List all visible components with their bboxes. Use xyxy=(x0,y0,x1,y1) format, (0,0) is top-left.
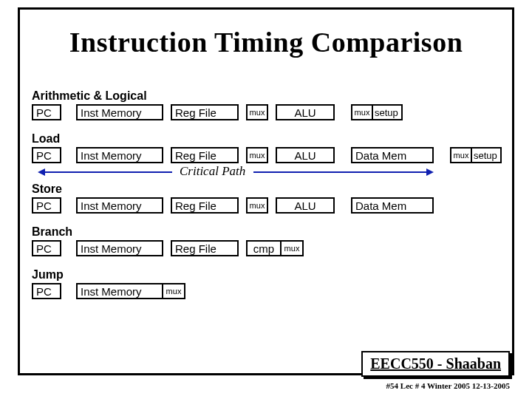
slide-title: Instruction Timing Comparison xyxy=(20,26,512,58)
stage-dm: Data Mem xyxy=(351,197,434,214)
row-arith: PC Inst Memory Reg File mux ALU mux setu… xyxy=(32,104,509,120)
stage-mux: mux xyxy=(246,104,268,120)
stage-im: Inst Memory xyxy=(76,104,163,120)
stage-setup: setup xyxy=(472,147,502,163)
stage-im: Inst Memory xyxy=(76,197,163,214)
stage-im: Inst Memory xyxy=(76,240,163,256)
group-jump: Jump PC Inst Memory mux xyxy=(32,268,509,299)
label-store: Store xyxy=(32,183,509,196)
timing-diagram: Arithmetic & Logical PC Inst Memory Reg … xyxy=(32,89,509,311)
critical-path-label: Critical Path xyxy=(180,164,245,179)
stage-mux2: mux xyxy=(450,147,472,163)
group-branch: Branch PC Inst Memory Reg File cmp mux xyxy=(32,225,509,256)
stage-pc: PC xyxy=(32,240,61,256)
stage-pc: PC xyxy=(32,197,61,214)
row-branch: PC Inst Memory Reg File cmp mux xyxy=(32,240,509,256)
label-jump: Jump xyxy=(32,268,509,282)
slide-frame: Instruction Timing Comparison Arithmetic… xyxy=(18,7,514,375)
stage-mux: mux xyxy=(163,283,185,299)
stage-rf: Reg File xyxy=(171,240,239,256)
stage-im: Inst Memory xyxy=(76,283,163,299)
stage-rf: Reg File xyxy=(171,104,239,120)
stage-alu: ALU xyxy=(276,147,335,163)
stage-alu: ALU xyxy=(276,197,335,214)
arrow-right-icon xyxy=(253,171,432,173)
stage-setup: setup xyxy=(373,104,403,120)
row-load: PC Inst Memory Reg File mux ALU Data Mem… xyxy=(32,147,509,163)
stage-mux: mux xyxy=(282,240,304,256)
stage-mux: mux xyxy=(246,197,268,214)
arrow-left-icon xyxy=(39,171,172,173)
stage-pc: PC xyxy=(32,104,61,120)
footer-course: EECC550 - Shaaban xyxy=(361,351,510,377)
stage-rf: Reg File xyxy=(171,147,239,163)
stage-im: Inst Memory xyxy=(76,147,163,163)
stage-pc: PC xyxy=(32,147,61,163)
stage-dm: Data Mem xyxy=(351,147,434,163)
stage-pc: PC xyxy=(32,283,61,299)
stage-cmp: cmp xyxy=(246,240,282,256)
critical-path-row: Critical Path xyxy=(32,165,509,180)
group-store: Store PC Inst Memory Reg File mux ALU Da… xyxy=(32,183,509,214)
group-load: Load PC Inst Memory Reg File mux ALU Dat… xyxy=(32,132,509,180)
row-store: PC Inst Memory Reg File mux ALU Data Mem xyxy=(32,197,509,214)
label-branch: Branch xyxy=(32,225,509,239)
stage-alu: ALU xyxy=(276,104,335,120)
stage-mux: mux xyxy=(246,147,268,163)
label-load: Load xyxy=(32,132,509,146)
label-arith: Arithmetic & Logical xyxy=(32,89,509,103)
stage-rf: Reg File xyxy=(171,197,239,214)
row-jump: PC Inst Memory mux xyxy=(32,283,509,299)
footer-line: #54 Lec # 4 Winter 2005 12-13-2005 xyxy=(386,381,510,390)
group-arith: Arithmetic & Logical PC Inst Memory Reg … xyxy=(32,89,509,120)
stage-mux2: mux xyxy=(351,104,373,120)
